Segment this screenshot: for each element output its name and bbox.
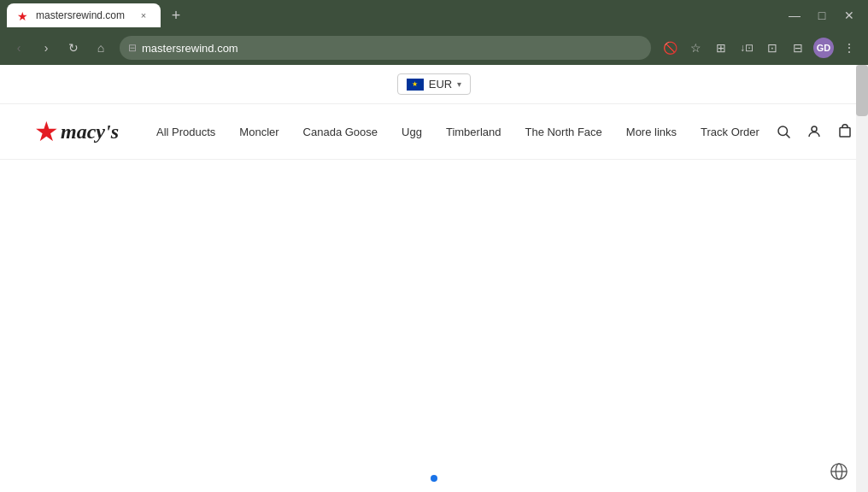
browser-chrome: ★ mastersrewind.com × + — □ ✕ ‹ › ↻ ⌂ ⊟ … — [0, 0, 868, 65]
menu-button[interactable]: ⋮ — [837, 36, 861, 60]
account-icon — [806, 124, 822, 139]
home-button[interactable]: ⌂ — [89, 36, 113, 60]
cart-icon — [837, 124, 853, 139]
currency-chevron-icon: ▾ — [457, 79, 461, 89]
maximize-button[interactable]: □ — [810, 3, 834, 27]
tab-close-button[interactable]: × — [137, 9, 150, 22]
back-button[interactable]: ‹ — [7, 36, 31, 60]
tab-favicon: ★ — [17, 9, 29, 21]
address-text: mastersrewind.com — [142, 42, 642, 55]
nav-link-moncler[interactable]: Moncler — [227, 126, 290, 138]
nav-link-ugg[interactable]: Ugg — [390, 126, 434, 138]
eu-flag-icon: ★ — [407, 79, 424, 91]
svg-line-1 — [786, 134, 789, 138]
close-button[interactable]: ✕ — [837, 3, 861, 27]
new-tab-button[interactable]: + — [164, 3, 188, 27]
downloads-icon[interactable]: ↓⊡ — [735, 36, 759, 60]
scrollbar-track — [856, 65, 868, 492]
forward-button[interactable]: › — [34, 36, 58, 60]
address-icon: ⊟ — [128, 42, 137, 54]
logo[interactable]: ★ macy's — [34, 118, 119, 145]
nav-link-the-north-face[interactable]: The North Face — [513, 126, 613, 138]
svg-point-2 — [812, 126, 817, 132]
page-content: ★ EUR ▾ ★ macy's All Products Moncler Ca… — [0, 65, 868, 492]
profile-button[interactable]: GD — [812, 36, 836, 60]
currency-bar: ★ EUR ▾ — [0, 65, 868, 104]
profile-avatar: GD — [813, 38, 834, 58]
logo-text: macy's — [61, 120, 119, 144]
nav-bar: ★ macy's All Products Moncler Canada Goo… — [0, 104, 868, 160]
svg-point-0 — [778, 126, 788, 136]
nav-link-all-products[interactable]: All Products — [144, 126, 227, 138]
currency-label: EUR — [429, 78, 452, 91]
tab-title: mastersrewind.com — [36, 9, 130, 21]
nav-actions — [771, 120, 857, 144]
active-tab[interactable]: ★ mastersrewind.com × — [7, 3, 161, 27]
nav-link-canada-goose[interactable]: Canada Goose — [291, 126, 390, 138]
loading-indicator — [431, 475, 437, 482]
cart-button[interactable] — [833, 120, 857, 144]
translate-icon[interactable] — [827, 460, 851, 483]
nav-links: All Products Moncler Canada Goose Ugg Ti… — [144, 126, 771, 138]
minimize-button[interactable]: — — [783, 3, 806, 27]
extensions-icon[interactable]: ⊞ — [709, 36, 733, 60]
no-tracking-icon[interactable]: 🚫 — [658, 36, 682, 60]
nav-link-track-order[interactable]: Track Order — [689, 126, 771, 138]
address-bar[interactable]: ⊟ mastersrewind.com — [120, 36, 651, 60]
browser-toolbar: ‹ › ↻ ⌂ ⊟ mastersrewind.com 🚫 ☆ ⊞ ↓⊡ ⊡ ⊟… — [0, 31, 868, 65]
currency-selector[interactable]: ★ EUR ▾ — [397, 73, 471, 95]
bookmark-star-icon[interactable]: ☆ — [683, 36, 707, 60]
feedback-icon[interactable]: ⊡ — [760, 36, 784, 60]
sidebar-icon[interactable]: ⊟ — [786, 36, 810, 60]
search-button[interactable] — [771, 120, 795, 144]
account-button[interactable] — [802, 120, 826, 144]
search-icon — [776, 124, 791, 139]
svg-rect-3 — [840, 128, 850, 138]
refresh-button[interactable]: ↻ — [62, 36, 85, 60]
tab-bar: ★ mastersrewind.com × + — □ ✕ — [0, 0, 868, 31]
logo-star-icon: ★ — [34, 118, 59, 145]
nav-link-timberland[interactable]: Timberland — [434, 126, 513, 138]
scrollbar-thumb[interactable] — [856, 65, 868, 116]
toolbar-icons: 🚫 ☆ ⊞ ↓⊡ ⊡ ⊟ GD ⋮ — [658, 36, 861, 60]
nav-link-more-links[interactable]: More links — [614, 126, 689, 138]
window-controls: — □ ✕ — [783, 3, 861, 27]
